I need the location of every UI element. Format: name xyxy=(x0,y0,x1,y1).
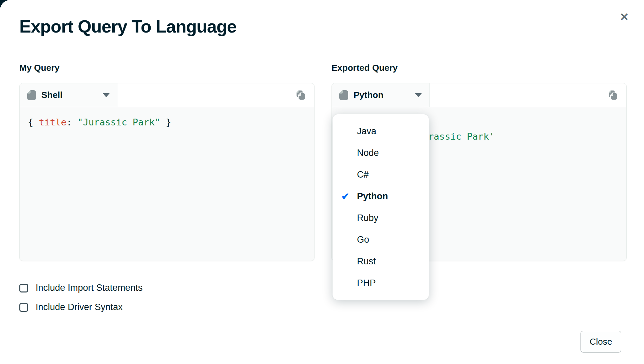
copy-icon xyxy=(608,90,619,100)
menu-item-node[interactable]: Node xyxy=(333,142,429,164)
menu-item-label: Go xyxy=(357,235,369,245)
language-dropdown-menu: Java Node C# ✔ Python Ruby Go Rust PHP xyxy=(333,114,429,300)
input-language-selector[interactable]: Shell xyxy=(20,83,117,107)
my-query-heading: My Query xyxy=(19,63,60,73)
menu-item-python[interactable]: ✔ Python xyxy=(333,185,429,207)
menu-item-label: Rust xyxy=(357,256,376,267)
file-code-icon xyxy=(339,90,348,100)
export-query-dialog: Export Query To Language ✕ My Query Expo… xyxy=(0,0,644,364)
code-token-string: "Jurassic Park" xyxy=(77,117,160,127)
menu-item-label: Python xyxy=(357,191,388,202)
menu-item-label: Ruby xyxy=(357,213,378,223)
input-language-value: Shell xyxy=(41,90,62,100)
export-language-selector[interactable]: Python xyxy=(332,83,430,107)
my-query-editor[interactable]: { title: "Jurassic Park" } xyxy=(20,107,314,138)
menu-item-php[interactable]: PHP xyxy=(333,272,429,294)
code-token: { xyxy=(28,117,39,127)
menu-item-label: Node xyxy=(357,148,379,158)
include-driver-syntax-checkbox[interactable] xyxy=(19,303,28,312)
file-code-icon xyxy=(27,90,36,100)
menu-item-label: C# xyxy=(357,169,369,180)
copy-input-button[interactable] xyxy=(293,87,309,103)
copy-export-button[interactable] xyxy=(605,87,622,103)
code-token: } xyxy=(160,117,171,127)
dialog-title: Export Query To Language xyxy=(19,16,236,37)
checkbox-label: Include Import Statements xyxy=(36,283,143,293)
export-language-value: Python xyxy=(354,90,383,100)
menu-item-label: PHP xyxy=(357,278,376,288)
my-query-panel: Shell { title: "Jurassic Park" } xyxy=(19,83,315,261)
close-button[interactable]: Close xyxy=(581,331,621,352)
chevron-down-icon xyxy=(103,93,110,97)
include-import-statements-checkbox[interactable] xyxy=(19,284,28,292)
code-token-key: title xyxy=(39,117,67,127)
exported-query-heading: Exported Query xyxy=(332,63,398,73)
code-token: : xyxy=(67,117,78,127)
checkbox-label: Include Driver Syntax xyxy=(36,302,123,312)
menu-item-ruby[interactable]: Ruby xyxy=(333,207,429,229)
include-driver-syntax-option: Include Driver Syntax xyxy=(19,302,123,312)
copy-icon xyxy=(296,90,306,100)
my-query-toolbar: Shell xyxy=(20,83,314,107)
chevron-down-icon xyxy=(415,93,422,97)
menu-item-csharp[interactable]: C# xyxy=(333,164,429,185)
menu-item-rust[interactable]: Rust xyxy=(333,250,429,272)
include-import-statements-option: Include Import Statements xyxy=(19,283,143,293)
menu-item-label: Java xyxy=(357,126,376,137)
menu-item-java[interactable]: Java xyxy=(333,120,429,142)
menu-item-go[interactable]: Go xyxy=(333,229,429,250)
checkmark-icon: ✔ xyxy=(341,191,357,202)
exported-query-toolbar: Python xyxy=(332,83,626,107)
close-icon[interactable]: ✕ xyxy=(617,9,632,24)
